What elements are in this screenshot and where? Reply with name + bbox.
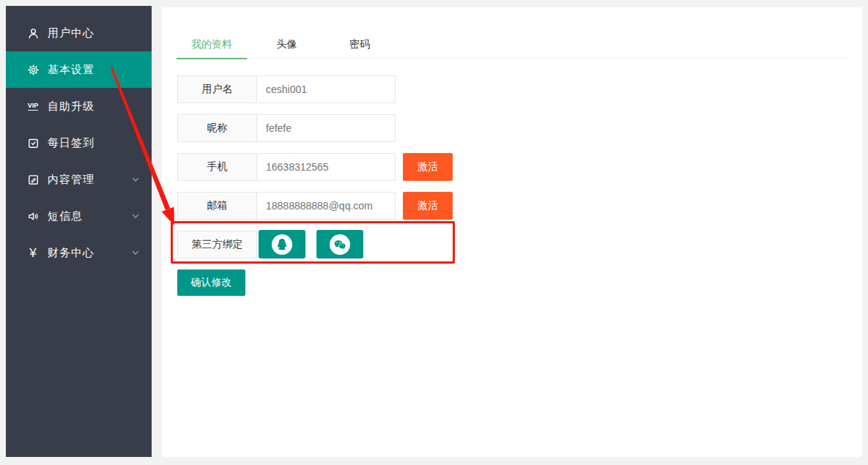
activate-email-button[interactable]: 激活 [403,192,453,220]
sidebar-item-label: 短信息 [48,209,83,223]
sidebar-item-upgrade[interactable]: VIP 自助升级 [6,88,152,124]
main-panel: 我的资料 头像 密码 用户名 昵称 手机 激活 邮箱 激活 第三方绑定 [162,7,862,457]
form-row-phone: 手机 激活 [177,153,453,181]
sidebar: 用户中心 基本设置 VIP 自助升级 每日签到 内容管理 [6,6,152,457]
sidebar-item-finance-center[interactable]: ¥ 财务中心 [6,234,152,271]
sidebar-item-label: 每日签到 [48,136,94,150]
sidebar-item-label: 自助升级 [48,100,94,114]
tab-bar: 我的资料 头像 密码 [177,29,847,59]
tab-label: 密码 [349,38,370,50]
form-row-third-party-binding: 第三方绑定 [177,231,363,258]
field-label: 用户名 [177,75,257,103]
form-row-username: 用户名 [177,75,396,103]
content-icon [26,173,40,186]
confirm-modify-button[interactable]: 确认修改 [177,269,245,296]
speaker-icon [26,209,40,223]
sidebar-item-label: 财务中心 [48,246,94,260]
activate-phone-button[interactable]: 激活 [403,153,453,181]
field-label: 邮箱 [177,192,257,220]
vip-icon: VIP [26,100,40,113]
phone-field[interactable] [256,153,396,181]
tab-avatar[interactable]: 头像 [250,29,323,59]
email-field[interactable] [256,192,396,220]
page: { "colors": { "page_bg": "#F2F2F2", "sid… [0,0,868,465]
wechat-icon [330,234,350,255]
bind-wechat-button[interactable] [316,230,363,258]
user-icon [26,26,40,40]
nickname-field[interactable] [256,114,396,142]
tab-password[interactable]: 密码 [327,29,393,59]
sidebar-item-daily-checkin[interactable]: 每日签到 [6,124,152,161]
tab-my-profile[interactable]: 我的资料 [177,29,247,59]
active-tab-underline [177,58,247,59]
field-label: 第三方绑定 [177,231,257,258]
tab-label: 头像 [276,38,297,50]
sidebar-item-label: 用户中心 [48,26,94,40]
chevron-down-icon [131,212,140,220]
field-label: 昵称 [177,114,257,142]
sidebar-item-sms[interactable]: 短信息 [6,198,152,234]
chevron-down-icon [131,175,140,184]
checkin-icon [26,136,40,149]
qq-icon [272,234,292,255]
form-row-nickname: 昵称 [177,114,396,142]
gear-icon [26,63,40,76]
sidebar-item-content-management[interactable]: 内容管理 [6,161,152,198]
sidebar-item-basic-settings[interactable]: 基本设置 [6,51,152,88]
sidebar-menu: 用户中心 基本设置 VIP 自助升级 每日签到 内容管理 [6,6,152,271]
sidebar-item-label: 基本设置 [48,63,94,77]
form-row-email: 邮箱 激活 [177,192,453,220]
username-field[interactable] [256,75,396,103]
sidebar-item-user-center[interactable]: 用户中心 [6,15,152,51]
field-label: 手机 [177,153,257,181]
sidebar-item-label: 内容管理 [48,173,94,187]
chevron-down-icon [131,248,140,257]
bind-qq-button[interactable] [259,230,305,258]
yen-icon: ¥ [26,246,40,259]
tab-label: 我的资料 [191,38,232,50]
